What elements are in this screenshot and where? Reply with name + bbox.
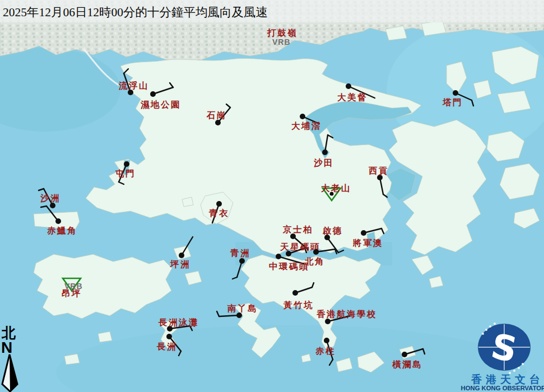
station-dot xyxy=(55,218,61,224)
station-dot xyxy=(150,91,156,97)
station-label: 長洲 xyxy=(156,342,177,351)
station-dot xyxy=(300,114,305,119)
station-label: 沙田 xyxy=(314,158,334,167)
hko-name-english: HONG KONG OBSERVATORY xyxy=(461,385,544,391)
station-label: 大美督 xyxy=(337,92,368,102)
station-dot xyxy=(346,83,351,89)
station-dot xyxy=(276,254,281,259)
station-label: 大埔滘 xyxy=(291,121,322,130)
station-label: 橫瀾島 xyxy=(392,360,422,369)
station-label: 赤鱲角 xyxy=(47,226,77,235)
wind-map: 2025年12月06日12時00分的十分鐘平均風向及風速 打鼓嶺VRB流浮山濕地… xyxy=(0,0,544,392)
station-dot xyxy=(166,334,172,339)
vrb-label: VRB xyxy=(64,282,83,291)
station-dot xyxy=(290,234,296,239)
station-label: 沙洲 xyxy=(40,193,61,203)
station-dot xyxy=(236,312,242,318)
station-label: 香港航海學校 xyxy=(316,309,377,319)
station-dot xyxy=(124,161,129,167)
station-dot xyxy=(179,253,184,258)
station-label: 流浮山 xyxy=(118,81,149,90)
station-label: 南丫島 xyxy=(227,304,258,313)
base-map xyxy=(0,0,544,392)
station-dot xyxy=(361,230,366,236)
station-label: 屯門 xyxy=(115,169,136,178)
north-letter-label: N xyxy=(1,339,12,356)
station-dot xyxy=(325,319,331,324)
station-label: 打鼓嶺 xyxy=(267,28,297,38)
station-dot xyxy=(292,290,298,296)
page-title: 2025年12月06日12時00分的十分鐘平均風向及風速 xyxy=(3,6,268,19)
station-dot xyxy=(313,249,319,255)
station-label: 長洲泳灘 xyxy=(158,318,199,327)
station-label: 中環碼頭 xyxy=(269,262,309,271)
station-dot xyxy=(324,235,330,240)
vrb-label: VRB xyxy=(272,38,291,46)
station-dot xyxy=(216,201,222,207)
station-label: 坪洲 xyxy=(170,259,190,269)
hko-name-chinese: 香港天文台 xyxy=(471,374,544,385)
station-label: 將軍澳 xyxy=(352,238,383,248)
station-label: 西貢 xyxy=(368,166,389,176)
station-dot xyxy=(453,90,458,96)
station-label: 石崗 xyxy=(206,110,227,120)
station-dot xyxy=(286,251,291,256)
wind-station: 昂坪VRB xyxy=(62,278,83,298)
station-label: 赤柱 xyxy=(315,346,336,356)
station-dot xyxy=(402,352,407,357)
station-label: 濕地公園 xyxy=(140,100,181,109)
station-dot xyxy=(377,175,383,180)
north-chinese-label: 北 xyxy=(1,325,16,340)
station-dot xyxy=(322,150,328,155)
station-dot xyxy=(128,90,133,95)
station-label: 啟德 xyxy=(322,226,343,235)
station-label: 塔門 xyxy=(442,97,463,107)
station-label: 黃竹坑 xyxy=(283,300,314,310)
station-dot xyxy=(239,258,245,264)
station-dot xyxy=(50,203,55,208)
station-label: 京士柏 xyxy=(282,225,313,234)
wind-map-page: 2025年12月06日12時00分的十分鐘平均風向及風速 打鼓嶺VRB流浮山濕地… xyxy=(0,0,544,392)
station-label: 青洲 xyxy=(230,248,250,258)
station-dot xyxy=(324,338,329,343)
station-label: 青衣 xyxy=(208,208,229,218)
station-label: 大老山 xyxy=(321,183,351,193)
station-dot xyxy=(215,120,221,125)
